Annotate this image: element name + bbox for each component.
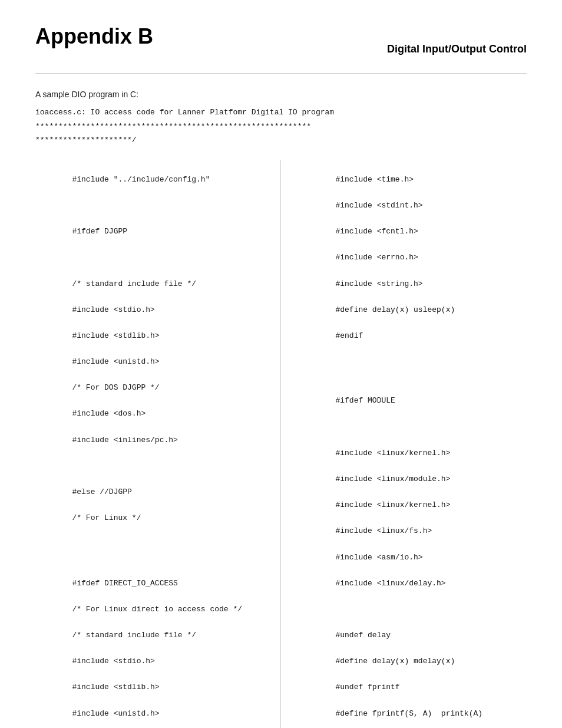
header-divider xyxy=(35,73,527,74)
intro-line3: ****************************************… xyxy=(35,121,527,133)
define-delay2: #define delay(x) mdelay(x) xyxy=(335,657,455,666)
include-stdlib2: #include <stdlib.h> xyxy=(72,683,159,691)
include-module: #include <linux/module.h> xyxy=(335,475,450,483)
left-column: #include "../include/config.h" #ifdef DJ… xyxy=(35,160,281,728)
include-stdio2: #include <stdio.h> xyxy=(72,657,154,666)
comment-linux: /* For Linux */ xyxy=(72,513,141,522)
include-stdio: #include <stdio.h> xyxy=(72,305,154,314)
right-code-block: #include <time.h> #include <stdint.h> #i… xyxy=(299,160,527,728)
ifdef-module: #ifdef MODULE xyxy=(335,396,395,405)
include-string: #include <string.h> xyxy=(335,279,422,288)
left-code-block: #include "../include/config.h" #ifdef DJ… xyxy=(35,160,269,728)
comment-dos: /* For DOS DJGPP */ xyxy=(72,383,159,392)
intro-line1: A sample DIO program in C: xyxy=(35,88,527,101)
define-delay: #define delay(x) usleep(x) xyxy=(335,305,455,314)
intro-line4: *********************/ xyxy=(35,134,527,146)
include-delay: #include <linux/delay.h> xyxy=(335,579,445,588)
comment-std: /* standard include file */ xyxy=(72,279,196,288)
include-errno: #include <errno.h> xyxy=(335,253,418,262)
undef-fprintf: #undef fprintf xyxy=(335,683,399,691)
include-stdint: #include <stdint.h> xyxy=(335,201,422,210)
include-unistd2: #include <unistd.h> xyxy=(72,709,159,718)
include-config: #include "../include/config.h" xyxy=(72,175,210,184)
include-inlines: #include <inlines/pc.h> xyxy=(72,436,177,444)
include-time: #include <time.h> xyxy=(335,175,414,184)
undef-delay: #undef delay xyxy=(335,631,391,640)
include-fcntl: #include <fcntl.h> xyxy=(335,227,418,236)
define-fprintf: #define fprintf(S, A) printk(A) xyxy=(335,709,482,718)
include-fs: #include <linux/fs.h> xyxy=(335,526,432,535)
else-djgpp: #else //DJGPP xyxy=(72,487,131,496)
ifdef-direct: #ifdef DIRECT_IO_ACCESS xyxy=(72,579,177,588)
ifdef-djgpp: #ifdef DJGPP xyxy=(72,227,127,236)
include-kernel2: #include <linux/kernel.h> xyxy=(335,500,450,509)
right-column: #include <time.h> #include <stdint.h> #i… xyxy=(281,160,527,728)
endif-main: #endif xyxy=(335,331,363,340)
include-unistd: #include <unistd.h> xyxy=(72,357,159,366)
include-stdlib: #include <stdlib.h> xyxy=(72,331,159,340)
page-container: Appendix B Digital Input/Output Control … xyxy=(0,0,562,728)
comment-direct: /* For Linux direct io access code */ xyxy=(72,605,242,614)
two-column-layout: #include "../include/config.h" #ifdef DJ… xyxy=(35,160,527,728)
include-dos: #include <dos.h> xyxy=(72,409,146,418)
include-asmio: #include <asm/io.h> xyxy=(335,553,422,562)
comment-std2: /* standard include file */ xyxy=(72,631,196,640)
intro-line2: ioaccess.c: IO access code for Lanner Pl… xyxy=(35,107,527,118)
include-kernel: #include <linux/kernel.h> xyxy=(335,449,450,457)
